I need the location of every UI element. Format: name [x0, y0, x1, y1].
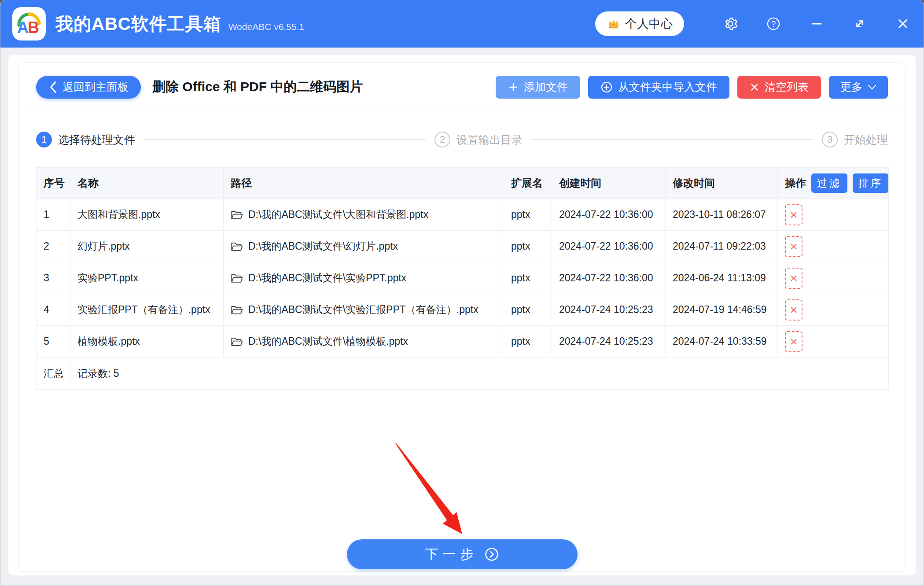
sort-button[interactable]: 排序	[853, 173, 888, 193]
filter-button[interactable]: 过滤	[811, 173, 847, 193]
folder-icon	[231, 241, 243, 252]
delete-row-button[interactable]: ×	[785, 236, 803, 257]
header-path: 路径	[224, 168, 504, 199]
table-row: 2 幻灯片.pptx D:\我的ABC测试文件\幻灯片.pptx pptx 20…	[37, 231, 888, 262]
row-action: ×	[778, 199, 888, 231]
row-created: 2024-07-22 10:36:00	[552, 262, 666, 294]
table-row: 4 实验汇报PPT（有备注）.pptx D:\我的ABC测试文件\实验汇报PPT…	[37, 294, 888, 326]
table-header-row: 序号 名称 路径 扩展名 创建时间 修改时间 操作 过滤 排序	[37, 168, 888, 199]
chevron-down-icon	[868, 84, 876, 90]
row-path-text: D:\我的ABC测试文件\植物模板.pptx	[248, 335, 408, 348]
row-index: 4	[37, 294, 70, 326]
step-1-label: 选择待处理文件	[58, 133, 135, 147]
user-center-button[interactable]: 个人中心	[595, 11, 684, 36]
row-path-text: D:\我的ABC测试文件\大图和背景图.pptx	[248, 208, 428, 221]
row-action: ×	[778, 294, 888, 326]
more-button[interactable]: 更多	[829, 76, 888, 99]
row-created: 2024-07-22 10:36:00	[552, 199, 666, 231]
folder-icon	[231, 210, 243, 220]
help-icon: ?	[766, 16, 781, 31]
step-connector	[531, 139, 813, 140]
folder-icon	[231, 273, 243, 284]
row-ext: pptx	[504, 231, 552, 262]
row-ext: pptx	[504, 262, 552, 294]
row-action: ×	[778, 326, 888, 357]
step-start-process: 3 开始处理	[822, 132, 888, 147]
table-row: 5 植物模板.pptx D:\我的ABC测试文件\植物模板.pptx pptx …	[37, 326, 888, 357]
row-path: D:\我的ABC测试文件\大图和背景图.pptx	[224, 199, 504, 231]
row-index: 5	[37, 326, 70, 357]
row-path-text: D:\我的ABC测试文件\幻灯片.pptx	[248, 240, 398, 253]
row-index: 2	[37, 231, 70, 262]
delete-row-button[interactable]: ×	[785, 331, 803, 352]
next-step-label: 下一步	[425, 545, 478, 564]
maximize-button[interactable]	[852, 16, 867, 31]
svg-text:?: ?	[771, 19, 776, 29]
file-table: 序号 名称 路径 扩展名 创建时间 修改时间 操作 过滤 排序 1 大图和背景图…	[36, 167, 889, 390]
crown-icon	[607, 17, 621, 30]
header-action-label: 操作	[785, 176, 806, 190]
header-name: 名称	[70, 168, 224, 199]
arrow-right-circle-icon	[484, 547, 499, 562]
folder-icon	[231, 336, 243, 347]
import-from-folder-button[interactable]: 从文件夹中导入文件	[588, 76, 729, 99]
step-3-label: 开始处理	[844, 133, 888, 147]
row-modified: 2024-07-11 09:22:03	[666, 231, 778, 262]
app-logo: A B	[12, 7, 46, 41]
table-summary-row: 汇总 记录数: 5	[37, 357, 888, 389]
summary-value: 记录数: 5	[70, 357, 888, 389]
clear-list-button[interactable]: 清空列表	[737, 76, 821, 99]
row-modified: 2024-07-24 10:33:59	[666, 326, 778, 357]
step-2-label: 设置输出目录	[456, 133, 523, 147]
toolbar: 返回到主面板 删除 Office 和 PDF 中的二维码图片 添加文件 从文件夹…	[18, 63, 906, 111]
main-panel: 返回到主面板 删除 Office 和 PDF 中的二维码图片 添加文件 从文件夹…	[8, 55, 916, 575]
row-name: 幻灯片.pptx	[70, 231, 224, 262]
table-row: 1 大图和背景图.pptx D:\我的ABC测试文件\大图和背景图.pptx p…	[37, 199, 888, 231]
page-title: 删除 Office 和 PDF 中的二维码图片	[152, 78, 363, 96]
summary-label: 汇总	[37, 357, 70, 389]
minimize-button[interactable]	[809, 16, 824, 31]
app-version: WodeABC v6.55.1	[228, 22, 304, 32]
app-window: A B 我的ABC软件工具箱 WodeABC v6.55.1 个人中心	[0, 0, 924, 586]
gear-icon	[723, 16, 738, 31]
chevron-left-icon	[48, 81, 57, 93]
row-path: D:\我的ABC测试文件\幻灯片.pptx	[224, 231, 504, 262]
row-path-text: D:\我的ABC测试文件\实验PPT.pptx	[248, 271, 406, 285]
row-path-text: D:\我的ABC测试文件\实验汇报PPT（有备注）.pptx	[248, 303, 479, 317]
import-from-folder-label: 从文件夹中导入文件	[618, 80, 717, 94]
step-output-dir: 2 设置输出目录	[434, 132, 523, 147]
delete-row-button[interactable]: ×	[785, 204, 803, 225]
steps-bar: 1 选择待处理文件 2 设置输出目录 3 开始处理	[18, 130, 906, 149]
row-modified: 2023-10-11 08:26:07	[666, 199, 778, 231]
row-path: D:\我的ABC测试文件\实验PPT.pptx	[224, 262, 504, 294]
delete-row-button[interactable]: ×	[785, 299, 803, 321]
delete-row-button[interactable]: ×	[785, 268, 803, 289]
plus-icon	[508, 82, 519, 92]
row-created: 2024-07-24 10:25:23	[552, 326, 666, 357]
close-button[interactable]	[895, 16, 910, 31]
row-index: 3	[37, 262, 70, 294]
header-ext: 扩展名	[504, 168, 552, 199]
help-button[interactable]: ?	[766, 16, 781, 31]
row-index: 1	[37, 199, 70, 231]
app-title: 我的ABC软件工具箱	[55, 12, 221, 36]
clear-list-label: 清空列表	[765, 80, 809, 94]
next-step-button[interactable]: 下一步	[347, 539, 578, 569]
row-action: ×	[778, 231, 888, 262]
x-icon	[750, 82, 759, 92]
row-ext: pptx	[504, 294, 552, 326]
header-index: 序号	[37, 168, 70, 199]
row-created: 2024-07-24 10:25:23	[552, 294, 666, 326]
row-path: D:\我的ABC测试文件\植物模板.pptx	[224, 326, 504, 357]
row-name: 植物模板.pptx	[70, 326, 224, 357]
svg-text:B: B	[28, 18, 39, 37]
header-modified: 修改时间	[666, 168, 778, 199]
back-to-dashboard-button[interactable]: 返回到主面板	[36, 76, 141, 99]
content-card: 返回到主面板 删除 Office 和 PDF 中的二维码图片 添加文件 从文件夹…	[18, 63, 906, 572]
add-files-button[interactable]: 添加文件	[496, 76, 580, 99]
settings-button[interactable]	[723, 16, 738, 31]
table-row: 3 实验PPT.pptx D:\我的ABC测试文件\实验PPT.pptx ppt…	[37, 262, 888, 294]
folder-icon	[231, 305, 243, 315]
row-modified: 2024-07-19 14:46:59	[666, 294, 778, 326]
user-center-label: 个人中心	[625, 16, 673, 32]
